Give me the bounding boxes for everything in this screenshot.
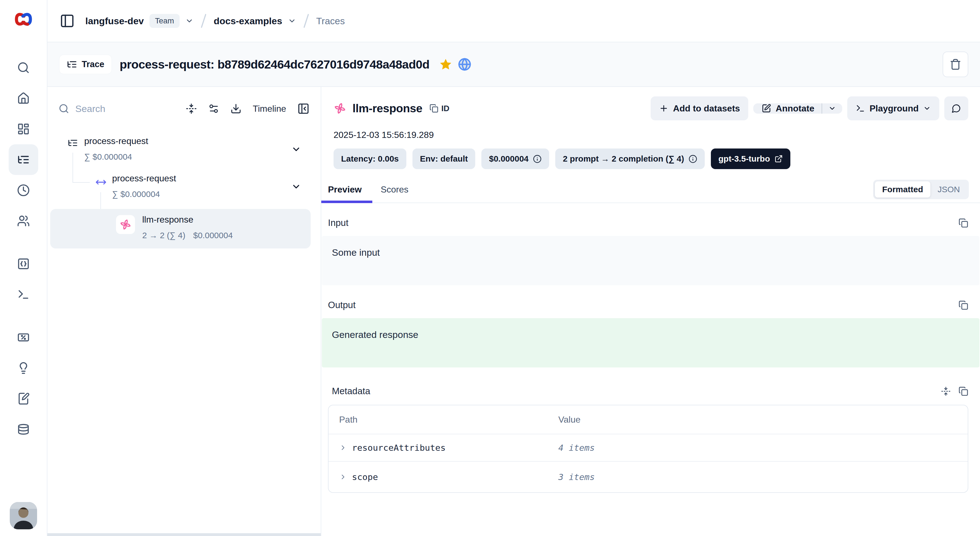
nav-home-icon[interactable] <box>9 83 38 114</box>
chevron-down-icon <box>828 105 836 112</box>
tree-search[interactable] <box>59 103 175 114</box>
chevron-down-icon <box>288 17 296 25</box>
user-avatar[interactable] <box>10 502 37 529</box>
trace-tree-panel: Timeline proces <box>48 87 321 536</box>
copy-icon[interactable] <box>959 218 968 228</box>
org-selector[interactable]: langfuse-dev Team <box>85 14 194 28</box>
observation-badges: Latency: 0.00s Env: default $0.000004 2 … <box>321 149 980 169</box>
info-icon[interactable] <box>533 155 542 163</box>
download-icon[interactable] <box>231 103 242 114</box>
main-column: langfuse-dev Team docs-examples Traces T… <box>48 0 980 536</box>
breadcrumb-section[interactable]: Traces <box>316 16 345 27</box>
view-settings-icon[interactable] <box>208 103 219 114</box>
body-row: Timeline proces <box>48 87 980 536</box>
playground-button[interactable]: Playground <box>847 97 939 121</box>
output-title: Output <box>328 300 356 310</box>
nav-users-icon[interactable] <box>9 206 38 236</box>
comment-bubble-icon <box>951 104 961 113</box>
nav-dashboards-icon[interactable] <box>9 114 38 144</box>
horizontal-scrollbar[interactable] <box>48 533 321 536</box>
observation-header: llm-response ID Add to datasets <box>321 97 980 121</box>
delete-trace-button[interactable] <box>943 52 968 77</box>
add-to-datasets-button[interactable]: Add to datasets <box>651 97 748 121</box>
toggle-json[interactable]: JSON <box>931 181 967 198</box>
project-name: docs-examples <box>214 16 282 27</box>
org-name: langfuse-dev <box>85 16 144 27</box>
nav-evaluation-icon[interactable] <box>9 322 38 353</box>
fold-vertical-icon[interactable] <box>186 103 197 114</box>
info-icon[interactable] <box>689 155 697 163</box>
external-link-icon <box>775 155 783 163</box>
generation-sparkle-icon <box>116 215 135 234</box>
playground-label: Playground <box>870 103 919 114</box>
tokens-badge: 2 prompt → 2 completion (∑ 4) <box>555 149 705 169</box>
annotate-button[interactable]: Annotate <box>753 103 822 114</box>
chevron-right-icon <box>339 444 347 452</box>
id-label: ID <box>441 104 449 113</box>
nav-search-icon[interactable] <box>9 52 38 83</box>
observation-tree: process-request ∑ $0.000004 process-requ… <box>48 135 321 280</box>
chevron-down-icon <box>185 17 194 25</box>
tab-preview[interactable]: Preview <box>321 184 372 203</box>
chevron-down-icon <box>923 105 931 112</box>
comments-button[interactable] <box>944 97 968 121</box>
column-value: Value <box>558 414 968 425</box>
input-actions <box>959 218 968 228</box>
nav-playground-icon[interactable] <box>9 279 38 310</box>
nav-tracing-icon[interactable] <box>9 144 38 175</box>
breadcrumb-separator <box>304 14 309 28</box>
list-tree-icon <box>67 59 77 70</box>
langfuse-logo-icon[interactable] <box>9 5 38 34</box>
nav-annotations-icon[interactable] <box>9 383 38 414</box>
tokens-value: 2 prompt → 2 completion (∑ 4) <box>563 154 684 163</box>
project-selector[interactable]: docs-examples <box>214 16 296 27</box>
metadata-row-scope[interactable]: scope 3 items <box>329 461 968 492</box>
annotate-dropdown-button[interactable] <box>822 103 842 114</box>
metadata-path: resourceAttributes <box>352 442 445 453</box>
cost-badge: $0.000004 <box>481 149 549 169</box>
tree-connector <box>73 182 90 183</box>
tree-node-label: process-request <box>112 173 176 184</box>
metadata-table-header: Path Value <box>329 405 968 434</box>
tab-scores[interactable]: Scores <box>372 184 417 203</box>
copy-icon[interactable] <box>959 300 968 310</box>
public-globe-icon[interactable] <box>458 58 471 71</box>
trace-title: process-request: b8789d62464dc7627016d97… <box>119 58 430 71</box>
input-title: Input <box>328 217 348 228</box>
nav-datasets-icon[interactable] <box>9 414 38 445</box>
toggle-formatted[interactable]: Formatted <box>875 181 931 198</box>
observation-timestamp: 2025-12-03 15:56:19.289 <box>321 130 980 140</box>
chevron-down-icon[interactable] <box>291 182 301 192</box>
nav-group-dev <box>9 249 38 310</box>
metadata-row-resourceAttributes[interactable]: resourceAttributes 4 items <box>329 434 968 461</box>
plus-icon <box>659 104 668 113</box>
sidebar-toggle-icon[interactable] <box>60 13 75 29</box>
cost-value: $0.000004 <box>489 154 528 163</box>
metadata-section-header: Metadata <box>321 386 980 396</box>
square-pen-icon <box>762 104 771 113</box>
expand-vertical-icon[interactable] <box>941 386 951 396</box>
app-root: langfuse-dev Team docs-examples Traces T… <box>0 0 980 536</box>
chevron-down-icon[interactable] <box>291 144 301 154</box>
tree-connector <box>73 153 73 183</box>
timeline-toggle[interactable]: Timeline <box>253 104 286 114</box>
trace-header: Trace process-request: b8789d62464dc7627… <box>48 42 980 87</box>
metadata-path: scope <box>352 472 378 482</box>
nav-insights-icon[interactable] <box>9 353 38 383</box>
model-badge[interactable]: gpt-3.5-turbo <box>711 149 791 169</box>
nav-prompts-icon[interactable] <box>9 249 38 279</box>
trash-icon <box>950 59 961 70</box>
copy-id-button[interactable]: ID <box>430 104 449 113</box>
collapse-panel-icon[interactable] <box>297 103 310 115</box>
nav-sessions-icon[interactable] <box>9 175 38 206</box>
metadata-value: 4 items <box>558 442 968 453</box>
tree-search-input[interactable] <box>75 103 147 114</box>
list-tree-icon <box>67 138 78 148</box>
tree-node-metrics: 2 → 2 (∑ 4)$0.000004 <box>142 231 233 240</box>
bookmark-star-icon[interactable] <box>439 58 452 71</box>
copy-icon[interactable] <box>959 386 968 396</box>
tree-node-cost: $0.000004 <box>193 231 233 240</box>
copy-icon <box>430 104 438 113</box>
tree-node-label: llm-response <box>142 214 193 225</box>
observation-panel: llm-response ID Add to datasets <box>321 87 980 536</box>
